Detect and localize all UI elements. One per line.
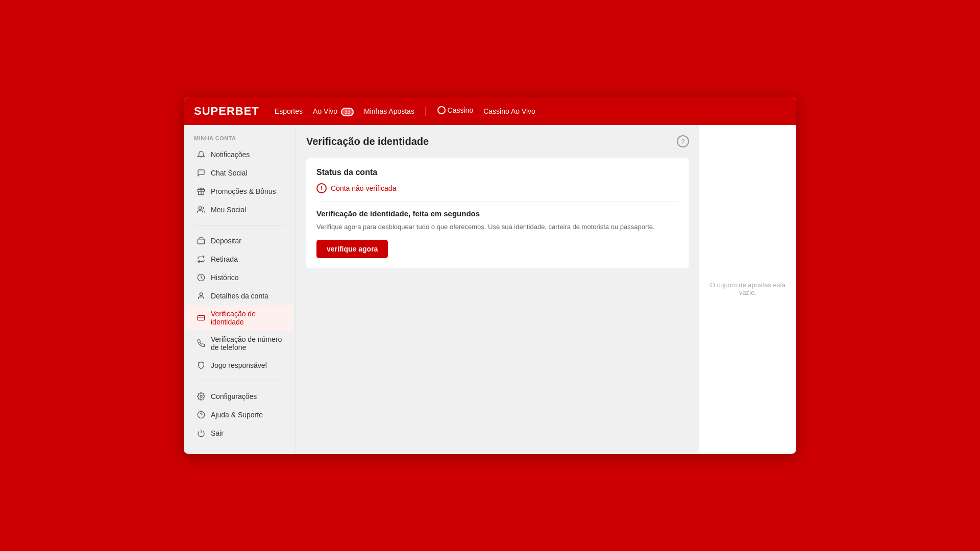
bell-icon (197, 150, 206, 159)
sidebar-divider-1 (194, 225, 285, 226)
sidebar-item-retirada[interactable]: Retirada (186, 250, 293, 268)
sidebar-item-chat-social[interactable]: Chat Social (186, 164, 293, 182)
sidebar-label-historico: Histórico (211, 273, 238, 282)
sidebar-item-depositar[interactable]: Depositar (186, 232, 293, 250)
sidebar-label-sair: Sair (211, 429, 224, 437)
sidebar-label-depositar: Depositar (211, 237, 241, 245)
phone-icon (197, 339, 206, 348)
sidebar-label-jogo-responsavel: Jogo responsável (211, 361, 267, 369)
history-icon (197, 273, 206, 282)
withdraw-icon (197, 255, 206, 264)
sidebar-item-meu-social[interactable]: Meu Social (186, 201, 293, 219)
page-title: Verificação de identidade (306, 136, 429, 147)
card-divider (316, 201, 679, 202)
nav-minhas-apostas[interactable]: Minhas Apostas (364, 107, 414, 115)
gift-icon (197, 187, 206, 196)
help-circle-icon[interactable]: ? (677, 135, 689, 147)
empty-coupon-text: O cupom de apostas está vazio. (709, 281, 786, 296)
sidebar-item-configuracoes[interactable]: Configurações (186, 387, 293, 406)
main-content: Verificação de identidade ? Status da co… (296, 125, 699, 453)
help-icon (197, 410, 206, 419)
power-icon (197, 429, 206, 438)
user-group-icon (197, 205, 206, 214)
sidebar-section-label: MINHA CONTA (184, 135, 296, 145)
status-section-title: Status da conta (316, 168, 679, 177)
casino-chip-icon (437, 106, 446, 114)
account-icon (197, 291, 206, 300)
id-card-icon (197, 313, 206, 322)
nav-separator: | (425, 106, 427, 116)
status-row: ! Conta não verificada (316, 183, 679, 193)
sidebar-divider-2 (194, 381, 285, 381)
sidebar-label-notificacoes: Notificações (211, 151, 250, 159)
sidebar-label-chat: Chat Social (211, 169, 248, 177)
sidebar-item-sair[interactable]: Sair (186, 424, 293, 442)
svg-point-5 (200, 293, 202, 295)
sidebar-label-meu-social: Meu Social (211, 206, 246, 214)
sidebar-item-detalhes[interactable]: Detalhes da conta (186, 287, 293, 305)
deposit-icon (197, 236, 206, 245)
gear-icon (197, 392, 206, 401)
identity-card: Status da conta ! Conta não verificada V… (306, 158, 689, 268)
sidebar-label-verificacao-identidade: Verificação de identidade (211, 310, 283, 326)
page-header: Verificação de identidade ? (306, 135, 689, 147)
chat-icon (197, 168, 206, 178)
warning-icon: ! (316, 183, 327, 193)
sidebar-item-jogo-responsavel[interactable]: Jogo responsável (186, 356, 293, 374)
sidebar: MINHA CONTA Notificações Chat Social Pro… (184, 125, 296, 453)
svg-point-2 (199, 207, 201, 209)
ao-vivo-badge: 33 (341, 108, 354, 116)
status-text: Conta não verificada (331, 184, 396, 192)
logo: SUPERBET (194, 105, 259, 118)
svg-rect-6 (198, 315, 204, 320)
verify-desc: Verifique agora para desbloquear tudo o … (316, 222, 679, 232)
sidebar-item-ajuda[interactable]: Ajuda & Suporte (186, 406, 293, 424)
sidebar-item-promocoes[interactable]: Promoções & Bônus (186, 182, 293, 201)
nav-cassino-ao-vivo[interactable]: Cassino Ao Vivo (483, 107, 535, 115)
top-navigation: SUPERBET Esportes Ao Vivo 33 Minhas Apos… (184, 97, 796, 125)
nav-cassino[interactable]: Cassino (437, 106, 474, 114)
svg-point-8 (200, 395, 202, 397)
sidebar-item-notificacoes[interactable]: Notificações (186, 145, 293, 164)
nav-esportes[interactable]: Esportes (275, 107, 303, 115)
nav-ao-vivo[interactable]: Ao Vivo 33 (313, 107, 354, 115)
sidebar-label-ajuda: Ajuda & Suporte (211, 411, 263, 419)
sidebar-label-configuracoes: Configurações (211, 392, 257, 400)
sidebar-item-historico[interactable]: Histórico (186, 268, 293, 287)
sidebar-item-verificacao-telefone[interactable]: Verificação de número de telefone (186, 331, 293, 356)
sidebar-label-retirada: Retirada (211, 255, 238, 263)
sidebar-label-promocoes: Promoções & Bônus (211, 187, 276, 195)
right-panel: O cupom de apostas está vazio. (699, 125, 796, 453)
sidebar-label-verificacao-telefone: Verificação de número de telefone (211, 335, 283, 352)
sidebar-item-verificacao-identidade[interactable]: Verificação de identidade (186, 305, 293, 331)
svg-rect-3 (198, 239, 204, 244)
shield-icon (197, 361, 206, 370)
verify-now-button[interactable]: verifique agora (316, 240, 388, 258)
sidebar-label-detalhes: Detalhes da conta (211, 292, 268, 300)
verify-title: Verificação de identidade, feita em segu… (316, 209, 679, 218)
